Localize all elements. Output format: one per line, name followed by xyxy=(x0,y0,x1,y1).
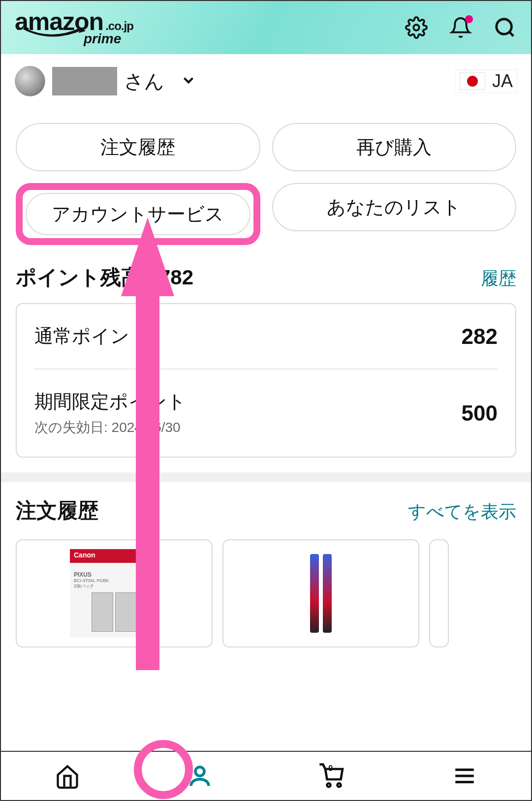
svg-line-2 xyxy=(509,32,513,36)
japan-flag-icon xyxy=(460,72,485,90)
gear-icon[interactable] xyxy=(405,16,428,39)
points-label: 通常ポイント xyxy=(34,324,149,349)
app-header: amazon .co.jp prime xyxy=(1,1,531,54)
product-thumbnail xyxy=(310,554,332,633)
user-suffix: さん xyxy=(124,68,164,95)
svg-point-0 xyxy=(413,25,419,31)
username-redacted xyxy=(52,67,117,95)
smile-icon xyxy=(22,31,81,42)
nav-home-button[interactable] xyxy=(53,761,82,791)
svg-point-5 xyxy=(338,783,341,787)
svg-point-3 xyxy=(195,767,204,776)
order-card[interactable]: PIXUS BCI-370XL PGBK 2個パック 2個 xyxy=(16,539,213,647)
nav-menu-button[interactable] xyxy=(450,761,479,791)
your-list-button[interactable]: あなたのリスト xyxy=(272,183,517,231)
avatar xyxy=(15,66,45,96)
order-history-button[interactable]: 注文履歴 xyxy=(16,123,260,171)
user-row: さん JA xyxy=(1,54,531,101)
locale-label: JA xyxy=(492,71,513,92)
points-history-link[interactable]: 履歴 xyxy=(481,267,516,291)
pill-label: あなたのリスト xyxy=(327,195,461,220)
points-row-limited[interactable]: 期間限定ポイント 次の失効日: 2024/06/30 500 xyxy=(34,369,498,457)
svg-point-4 xyxy=(327,783,331,787)
orders-viewall-link[interactable]: すべてを表示 xyxy=(408,500,516,524)
buy-again-button[interactable]: 再び購入 xyxy=(272,123,517,171)
cart-count: 0 xyxy=(328,764,333,773)
orders-header: 注文履歴 すべてを表示 xyxy=(1,482,531,534)
account-service-button[interactable]: アカウントサービス xyxy=(26,193,250,235)
points-title-value: 782 xyxy=(159,266,193,289)
user-selector[interactable]: さん xyxy=(15,66,197,96)
points-label: 期間限定ポイント xyxy=(34,389,186,414)
order-card[interactable] xyxy=(429,539,449,647)
pill-label: 再び購入 xyxy=(356,135,432,160)
locale-selector[interactable]: JA xyxy=(455,69,517,93)
nav-account-button[interactable] xyxy=(185,761,215,791)
section-divider xyxy=(1,472,531,482)
points-value: 282 xyxy=(462,324,498,349)
bottom-nav: 0 xyxy=(1,751,531,800)
chevron-down-icon xyxy=(180,72,197,91)
annotation-highlight: アカウントサービス xyxy=(16,183,260,245)
product-thumbnail: PIXUS BCI-370XL PGBK 2個パック 2個 xyxy=(70,549,158,638)
bell-icon[interactable] xyxy=(449,16,472,39)
points-title-label: ポイント残高 xyxy=(16,266,142,289)
pill-label: 注文履歴 xyxy=(100,135,175,160)
quick-actions: 注文履歴 再び購入 アカウントサービス あなたのリスト xyxy=(1,101,531,255)
order-card[interactable] xyxy=(222,539,419,647)
points-card: 通常ポイント 282 期間限定ポイント 次の失効日: 2024/06/30 50… xyxy=(16,303,516,458)
notification-dot-icon xyxy=(465,15,473,23)
logo-prime: prime xyxy=(84,32,133,46)
amazon-logo[interactable]: amazon .co.jp prime xyxy=(15,9,133,46)
points-header: ポイント残高 782 履歴 xyxy=(1,255,531,291)
orders-title: 注文履歴 xyxy=(16,497,98,524)
points-row-normal[interactable]: 通常ポイント 282 xyxy=(34,304,498,369)
points-value: 500 xyxy=(462,401,498,426)
orders-carousel[interactable]: PIXUS BCI-370XL PGBK 2個パック 2個 xyxy=(1,534,531,647)
search-icon[interactable] xyxy=(494,16,516,39)
pill-label: アカウントサービス xyxy=(52,202,224,227)
svg-point-1 xyxy=(497,19,512,34)
points-expiry: 次の失効日: 2024/06/30 xyxy=(34,418,186,437)
nav-cart-button[interactable]: 0 xyxy=(317,761,347,791)
logo-suffix: .co.jp xyxy=(105,20,133,32)
